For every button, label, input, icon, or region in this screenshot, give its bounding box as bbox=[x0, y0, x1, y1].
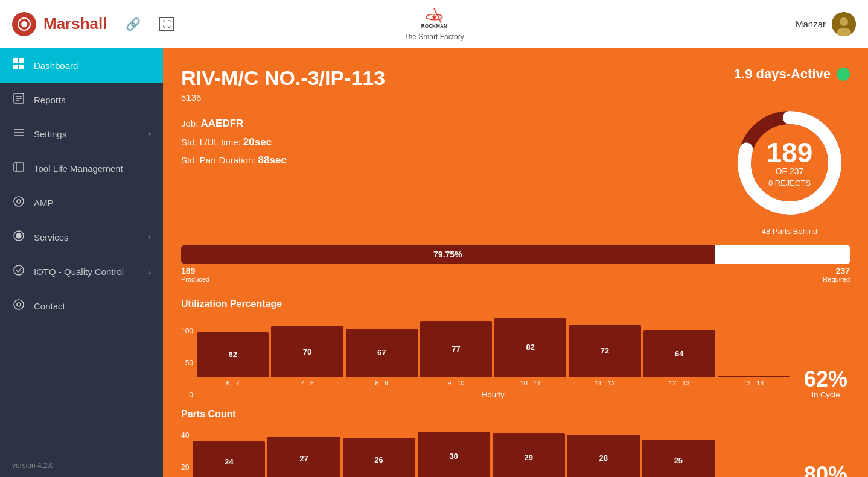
machine-header: RIV-M/C NO.-3/IP-113 5136 1.9 days-Activ… bbox=[181, 66, 850, 103]
utilization-bar-group: 678 - 9 bbox=[346, 314, 418, 387]
machine-id: 5136 bbox=[181, 92, 385, 103]
services-chevron: › bbox=[148, 233, 151, 242]
parts-bar-group: 268 - 9 bbox=[343, 425, 415, 477]
expand-icon[interactable]: ⛶ bbox=[159, 17, 174, 31]
duration-label: Std. Part Duration: bbox=[181, 155, 255, 165]
utilization-bar-group: 6412 - 13 bbox=[643, 314, 715, 387]
py-label-20: 20 bbox=[181, 463, 189, 472]
sidebar-label-toollife: Tool Life Management bbox=[34, 163, 123, 174]
sidebar-label-amp: AMP bbox=[34, 198, 54, 208]
active-text: 1.9 days-Active bbox=[734, 66, 831, 82]
utilization-bar: 82 bbox=[494, 318, 566, 377]
job-info: Job: AAEDFR Std. L/UL time: 20sec Std. P… bbox=[181, 115, 287, 170]
user-avatar[interactable] bbox=[832, 12, 856, 36]
user-area: Manzar bbox=[796, 12, 856, 36]
sidebar-item-services[interactable]: Services › bbox=[0, 220, 163, 254]
logo-area: Marshall 🔗 ⛶ bbox=[12, 12, 174, 36]
utilization-bar-label: 9 - 10 bbox=[447, 379, 464, 387]
svg-text:ROCKMAN: ROCKMAN bbox=[421, 24, 447, 29]
donut-wrapper: 189 OF 237 0 REJECTS 48 Parts Behind bbox=[729, 103, 850, 236]
utilization-bar-group: 707 - 8 bbox=[271, 314, 343, 387]
link-icon[interactable]: 🔗 bbox=[126, 17, 141, 31]
sidebar: Dashboard Reports Settings › Tool Life M… bbox=[0, 48, 163, 477]
parts-bar-group: 2512 - 13 bbox=[642, 425, 715, 477]
utilization-bar-label: 7 - 8 bbox=[301, 379, 314, 387]
sidebar-item-iotq[interactable]: IOTQ - Quality Control › bbox=[0, 254, 163, 289]
utilization-bar: 67 bbox=[346, 329, 418, 377]
parts-y-labels: 40 20 0 bbox=[181, 431, 193, 477]
active-indicator: 1.9 days-Active bbox=[734, 66, 850, 82]
sidebar-label-iotq: IOTQ - Quality Control bbox=[34, 267, 124, 277]
parts-bars-wrapper: 246 - 7277 - 8268 - 9309 - 102910 - 1128… bbox=[193, 425, 790, 477]
svg-point-7 bbox=[840, 17, 848, 26]
parts-bar: 26 bbox=[343, 438, 415, 478]
sidebar-label-services: Services bbox=[34, 232, 69, 242]
settings-icon bbox=[12, 127, 25, 142]
py-label-40: 40 bbox=[181, 431, 189, 440]
parts-bar-group: 13 - 14 bbox=[717, 425, 790, 477]
parts-bar: 24 bbox=[193, 441, 265, 477]
svg-point-22 bbox=[14, 197, 24, 206]
parts-behind: 48 Parts Behind bbox=[762, 227, 818, 236]
sidebar-label-reports: Reports bbox=[34, 95, 66, 105]
utilization-bar-label: 8 - 9 bbox=[375, 379, 388, 387]
svg-point-27 bbox=[14, 300, 24, 309]
top-header: Marshall 🔗 ⛶ ROCKMAN The Smart Factory M… bbox=[0, 0, 868, 48]
machine-title-group: RIV-M/C NO.-3/IP-113 5136 bbox=[181, 66, 385, 103]
utilization-bar-group: 626 - 7 bbox=[197, 314, 269, 387]
svg-point-23 bbox=[17, 200, 21, 203]
contact-icon bbox=[12, 299, 25, 314]
parts-bar: 25 bbox=[642, 440, 715, 477]
progress-label: 79.75% bbox=[433, 250, 462, 259]
machine-title: RIV-M/C NO.-3/IP-113 bbox=[181, 66, 385, 90]
body-row: Dashboard Reports Settings › Tool Life M… bbox=[0, 48, 868, 477]
utilization-bar: 77 bbox=[420, 321, 492, 377]
svg-rect-10 bbox=[19, 58, 24, 63]
parts-bar: 30 bbox=[418, 432, 490, 478]
svg-point-28 bbox=[17, 303, 21, 306]
progress-values: 189 Produced 237 Required bbox=[181, 266, 850, 283]
svg-rect-20 bbox=[14, 163, 24, 171]
svg-point-1 bbox=[21, 21, 27, 27]
reports-icon bbox=[12, 92, 25, 107]
utilization-stat-label: In Cycle bbox=[812, 390, 840, 399]
progress-bar-fill: 79.75% bbox=[181, 245, 715, 264]
center-brand: ROCKMAN The Smart Factory bbox=[404, 7, 464, 41]
donut-produced: 189 bbox=[767, 139, 813, 166]
utilization-bar-label: 10 - 11 bbox=[520, 379, 541, 387]
sidebar-item-dashboard[interactable]: Dashboard bbox=[0, 48, 163, 83]
y-label-100: 100 bbox=[181, 327, 193, 335]
sidebar-item-contact[interactable]: Contact bbox=[0, 289, 163, 323]
duration-value: 88sec bbox=[258, 154, 287, 166]
brand-subtitle: The Smart Factory bbox=[404, 33, 464, 41]
toollife-icon bbox=[12, 161, 25, 176]
parts-bars: 246 - 7277 - 8268 - 9309 - 102910 - 1128… bbox=[193, 425, 790, 477]
svg-rect-9 bbox=[13, 58, 18, 63]
svg-point-4 bbox=[432, 15, 436, 19]
sidebar-label-contact: Contact bbox=[34, 301, 65, 311]
job-row: Job: AAEDFR bbox=[181, 115, 287, 133]
y-label-50: 50 bbox=[181, 359, 193, 367]
sidebar-item-settings[interactable]: Settings › bbox=[0, 117, 163, 151]
parts-bar-group: 246 - 7 bbox=[193, 425, 265, 477]
sidebar-item-amp[interactable]: AMP bbox=[0, 186, 163, 220]
user-name: Manzar bbox=[796, 19, 826, 29]
job-value: AAEDFR bbox=[201, 118, 244, 129]
utilization-x-label: Hourly bbox=[197, 390, 790, 399]
utilization-bar-label: 12 - 13 bbox=[669, 379, 689, 387]
lul-row: Std. L/UL time: 20sec bbox=[181, 133, 287, 152]
parts-bar-group: 309 - 10 bbox=[418, 425, 490, 477]
progress-bar: 79.75% bbox=[181, 245, 850, 264]
lul-label: Std. L/UL time: bbox=[181, 137, 241, 147]
utilization-bar-label: 6 - 7 bbox=[226, 379, 240, 387]
sidebar-label-settings: Settings bbox=[34, 129, 66, 139]
duration-row: Std. Part Duration: 88sec bbox=[181, 151, 287, 170]
parts-bar: 28 bbox=[567, 435, 640, 477]
sidebar-item-toollife[interactable]: Tool Life Management bbox=[0, 151, 163, 186]
sidebar-item-reports[interactable]: Reports bbox=[0, 83, 163, 117]
parts-bar: 27 bbox=[267, 437, 340, 477]
utilization-bar-group: 13 - 14 bbox=[718, 314, 790, 387]
utilization-chart-area: 100 50 0 626 - 7707 - 8678 - 9779 - 1082… bbox=[181, 314, 850, 399]
logo-text: Marshall bbox=[43, 14, 107, 33]
produced-val: 189 Produced bbox=[181, 266, 209, 283]
